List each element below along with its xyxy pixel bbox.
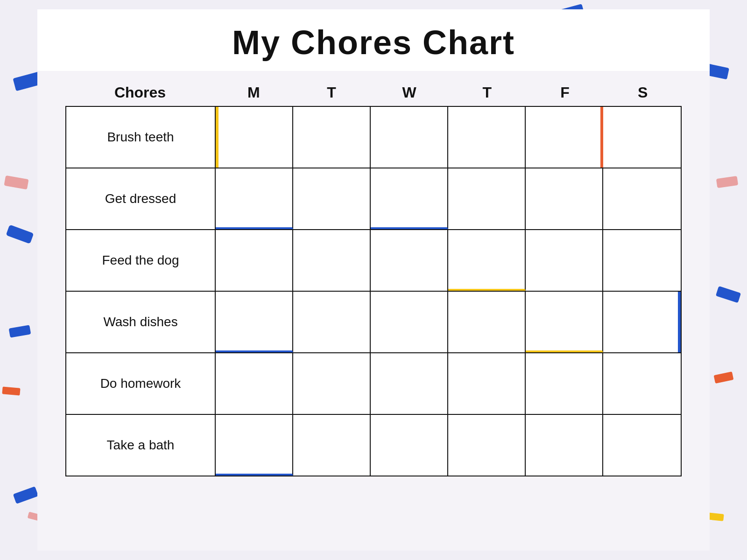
check-wash-dishes-t1[interactable] (293, 292, 371, 352)
header-chores: Chores (65, 80, 215, 105)
chore-name-take-bath: Take a bath (66, 415, 216, 476)
chore-name-get-dressed: Get dressed (66, 168, 216, 229)
check-take-bath-s[interactable] (603, 415, 681, 476)
check-feed-dog-t1[interactable] (293, 230, 371, 291)
check-get-dressed-w[interactable] (371, 168, 448, 229)
page-title: My Chores Chart (37, 23, 710, 62)
chore-name-feed-dog: Feed the dog (66, 230, 216, 291)
check-wash-dishes-f[interactable] (526, 292, 603, 352)
chore-row-take-bath: Take a bath (65, 414, 682, 476)
chore-row-wash-dishes: Wash dishes (65, 291, 682, 353)
check-brush-teeth-t1[interactable] (293, 107, 371, 168)
check-feed-dog-m[interactable] (216, 230, 293, 291)
check-wash-dishes-s[interactable] (603, 292, 681, 352)
header-day-w: W (370, 80, 448, 105)
check-brush-teeth-w[interactable] (371, 107, 448, 168)
check-wash-dishes-t2[interactable] (448, 292, 526, 352)
check-take-bath-t2[interactable] (448, 415, 526, 476)
check-wash-dishes-w[interactable] (371, 292, 448, 352)
header-day-t2: T (448, 80, 526, 105)
chore-name-do-homework: Do homework (66, 353, 216, 414)
check-wash-dishes-m[interactable] (216, 292, 293, 352)
check-do-homework-t1[interactable] (293, 353, 371, 414)
check-take-bath-f[interactable] (526, 415, 603, 476)
header-row: Chores M T W T F S (65, 80, 682, 105)
check-take-bath-t1[interactable] (293, 415, 371, 476)
check-do-homework-m[interactable] (216, 353, 293, 414)
header-day-m: M (215, 80, 293, 105)
check-get-dressed-t1[interactable] (293, 168, 371, 229)
check-get-dressed-m[interactable] (216, 168, 293, 229)
check-take-bath-m[interactable] (216, 415, 293, 476)
chore-row-feed-dog: Feed the dog (65, 229, 682, 292)
header-day-f: F (526, 80, 604, 105)
chore-row-do-homework: Do homework (65, 352, 682, 415)
check-get-dressed-t2[interactable] (448, 168, 526, 229)
check-do-homework-w[interactable] (371, 353, 448, 414)
check-take-bath-w[interactable] (371, 415, 448, 476)
header-day-s: S (604, 80, 682, 105)
check-brush-teeth-f[interactable] (526, 107, 603, 168)
chore-name-wash-dishes: Wash dishes (66, 292, 216, 352)
chart-container: Chores M T W T F S Brush teeth Get dress… (37, 76, 710, 486)
check-brush-teeth-t2[interactable] (448, 107, 526, 168)
check-feed-dog-t2[interactable] (448, 230, 526, 291)
check-brush-teeth-s[interactable] (603, 107, 681, 168)
chore-name-brush-teeth: Brush teeth (66, 107, 216, 168)
title-area: My Chores Chart (37, 9, 710, 71)
header-day-t1: T (293, 80, 371, 105)
check-get-dressed-s[interactable] (603, 168, 681, 229)
check-feed-dog-s[interactable] (603, 230, 681, 291)
check-do-homework-t2[interactable] (448, 353, 526, 414)
check-feed-dog-f[interactable] (526, 230, 603, 291)
chore-row-brush-teeth: Brush teeth (65, 106, 682, 168)
check-do-homework-s[interactable] (603, 353, 681, 414)
check-get-dressed-f[interactable] (526, 168, 603, 229)
check-feed-dog-w[interactable] (371, 230, 448, 291)
chore-row-get-dressed: Get dressed (65, 168, 682, 230)
check-do-homework-f[interactable] (526, 353, 603, 414)
check-brush-teeth-m[interactable] (216, 107, 293, 168)
